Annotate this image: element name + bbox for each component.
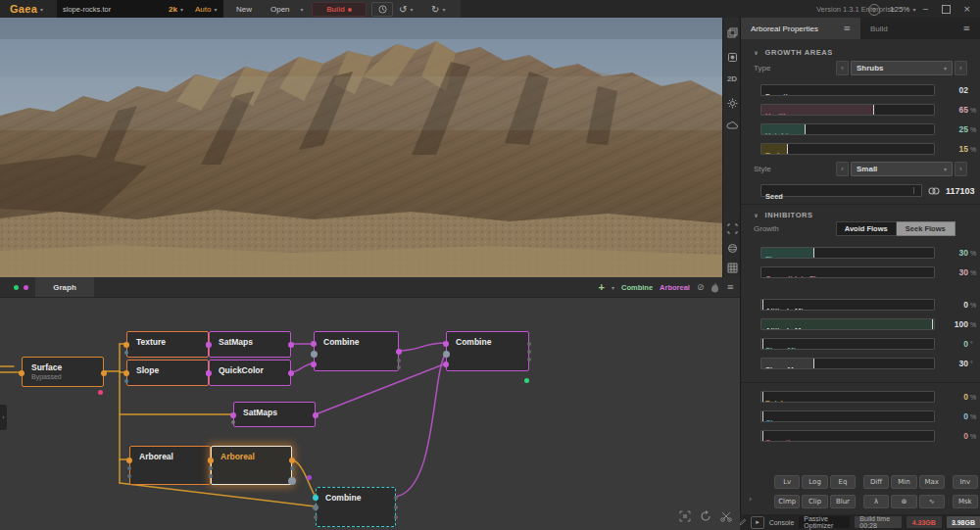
graph-node-satmaps[interactable]: SatMaps bbox=[233, 402, 316, 427]
node-port[interactable] bbox=[527, 350, 531, 354]
auto-mode-dropdown[interactable]: Auto ▾ bbox=[195, 0, 217, 18]
node-port[interactable] bbox=[208, 458, 214, 463]
frame-icon[interactable] bbox=[723, 223, 741, 234]
toggle-2d-button[interactable]: 2D bbox=[723, 74, 741, 83]
node-port[interactable] bbox=[394, 496, 398, 500]
node-port[interactable] bbox=[290, 466, 294, 470]
style-next-button[interactable]: › bbox=[955, 162, 967, 176]
expand-toolbox-icon[interactable]: › bbox=[749, 495, 752, 504]
graph-node-surface[interactable]: SurfaceBypassed bbox=[22, 357, 104, 387]
cloud-icon[interactable] bbox=[723, 120, 741, 129]
reset-view-icon[interactable] bbox=[700, 510, 711, 522]
slider-height[interactable]: Height25% bbox=[760, 123, 978, 135]
slider-altitude-min[interactable]: Altitude Min0% bbox=[760, 299, 978, 311]
node-port[interactable] bbox=[209, 466, 213, 470]
quick-button-clmp[interactable]: Clmp bbox=[774, 495, 800, 508]
help-button[interactable]: ? bbox=[868, 4, 880, 16]
tab-arboreal-properties[interactable]: Arboreal Properties ≡ bbox=[741, 18, 860, 39]
minimize-button[interactable]: – bbox=[923, 0, 928, 18]
slider-slope-min[interactable]: Slope Min0° bbox=[760, 338, 978, 350]
node-port[interactable] bbox=[314, 515, 318, 519]
node-port[interactable] bbox=[123, 370, 129, 376]
slider-health[interactable]: Health65% bbox=[760, 104, 978, 116]
quick-button-min[interactable]: Min bbox=[891, 475, 916, 489]
slider-slope-max[interactable]: Slope Max30° bbox=[760, 358, 978, 369]
node-port[interactable] bbox=[230, 412, 236, 418]
redo-dropdown[interactable]: ↻ ▾ bbox=[431, 0, 445, 18]
terrain-viewport[interactable] bbox=[0, 18, 722, 277]
preview-toggle-icon[interactable]: ⊘ bbox=[697, 282, 705, 292]
build-history-button[interactable] bbox=[371, 2, 393, 17]
node-port[interactable] bbox=[396, 349, 402, 355]
node-port[interactable] bbox=[397, 365, 401, 369]
seed-slider[interactable]: Seed bbox=[760, 184, 922, 197]
menu-icon[interactable]: ≡ bbox=[962, 24, 970, 33]
snip-wires-icon[interactable] bbox=[720, 510, 732, 522]
redo-icon[interactable]: ↻ bbox=[431, 4, 439, 15]
node-port[interactable] bbox=[127, 474, 131, 478]
type-select[interactable]: Shrubs ▾ bbox=[851, 61, 953, 75]
console-button[interactable]: Console bbox=[769, 516, 795, 528]
quick-button-blur[interactable]: Blur bbox=[830, 495, 856, 508]
node-port[interactable] bbox=[288, 370, 294, 376]
node-port[interactable] bbox=[101, 370, 107, 376]
quick-button-clip[interactable]: Clip bbox=[802, 495, 827, 508]
slider-patches[interactable]: Patches0% bbox=[760, 391, 978, 403]
graph-node-quickcolor[interactable]: QuickColor bbox=[209, 360, 291, 386]
quick-add-arboreal[interactable]: Arboreal bbox=[660, 283, 690, 292]
graph-node-combine[interactable]: Combine bbox=[314, 331, 399, 371]
ui-zoom-dropdown[interactable]: 125% ▾ bbox=[890, 0, 915, 18]
undo-icon[interactable]: ↺ bbox=[399, 4, 407, 15]
node-port[interactable] bbox=[313, 412, 318, 418]
node-port[interactable] bbox=[209, 474, 213, 478]
slider-smooth[interactable]: Smooth0% bbox=[760, 430, 978, 442]
resolution-dropdown[interactable]: 2k ▾ bbox=[169, 0, 183, 18]
undo-dropdown[interactable]: ↺ ▾ bbox=[399, 0, 413, 18]
node-port[interactable] bbox=[527, 358, 531, 361]
tab-graph[interactable]: Graph bbox=[35, 277, 94, 297]
node-port[interactable] bbox=[19, 370, 24, 376]
node-port[interactable] bbox=[231, 420, 235, 424]
node-port[interactable] bbox=[443, 341, 449, 347]
chevron-down-icon[interactable]: ▾ bbox=[612, 284, 614, 291]
node-port[interactable] bbox=[126, 458, 132, 463]
slider-density[interactable]: Density02 bbox=[760, 84, 978, 96]
build-button[interactable]: Build bbox=[312, 2, 367, 17]
slider-reduce[interactable]: Reduce15% bbox=[760, 143, 978, 155]
viewport-mode-icon[interactable] bbox=[723, 52, 741, 63]
section-growth-areas[interactable]: ∨ GROWTH AREAS bbox=[754, 48, 833, 57]
node-port[interactable] bbox=[206, 342, 212, 348]
node-port[interactable] bbox=[288, 477, 296, 485]
seed-randomize-icon[interactable] bbox=[928, 186, 940, 196]
slider-chaos[interactable]: Chaos0% bbox=[760, 410, 978, 422]
quick-button-diff[interactable]: Diff bbox=[863, 475, 889, 489]
app-menu-button[interactable]: Gaea ▾ bbox=[10, 0, 43, 18]
node-port[interactable] bbox=[394, 506, 398, 509]
tab-build[interactable]: Build ≡ bbox=[860, 18, 980, 39]
node-port[interactable] bbox=[311, 361, 317, 367]
graph-node-combine[interactable]: Combine bbox=[316, 487, 396, 527]
node-port[interactable] bbox=[288, 342, 294, 348]
node-port[interactable] bbox=[206, 370, 212, 376]
edit-pencil-icon[interactable] bbox=[739, 517, 746, 527]
quick-button-eq[interactable]: Eq bbox=[830, 475, 856, 489]
quick-button-lv[interactable]: Lv bbox=[774, 475, 800, 489]
type-prev-button[interactable]: ‹ bbox=[836, 61, 849, 75]
quick-add-combine[interactable]: Combine bbox=[621, 283, 653, 292]
graph-node-combine[interactable]: Combine bbox=[446, 331, 529, 371]
slider-consolidate-flows[interactable]: Consolidate Flows30% bbox=[760, 266, 978, 278]
menu-icon[interactable]: ≡ bbox=[843, 24, 851, 33]
frame-all-icon[interactable] bbox=[679, 510, 691, 522]
quick-button-log[interactable]: Log bbox=[802, 475, 827, 489]
slider-altitude-max[interactable]: Altitude Max100% bbox=[760, 318, 978, 330]
panel-play-icon[interactable]: ▸ bbox=[751, 516, 763, 529]
graph-canvas[interactable]: SurfaceBypassedTextureSatMapsSlopeQuickC… bbox=[0, 297, 740, 530]
flame-icon[interactable] bbox=[710, 282, 719, 293]
node-port[interactable] bbox=[124, 379, 128, 383]
optimizer-status[interactable]: Passive Optimizer bbox=[799, 516, 850, 528]
graph-node-satmaps[interactable]: SatMaps bbox=[209, 331, 291, 358]
graph-node-arboreal[interactable]: Arboreal bbox=[211, 446, 292, 485]
open-dropdown[interactable]: Open ▾ bbox=[270, 0, 304, 18]
node-port[interactable] bbox=[313, 505, 318, 510]
slider-flows[interactable]: Flows30% bbox=[760, 247, 978, 259]
